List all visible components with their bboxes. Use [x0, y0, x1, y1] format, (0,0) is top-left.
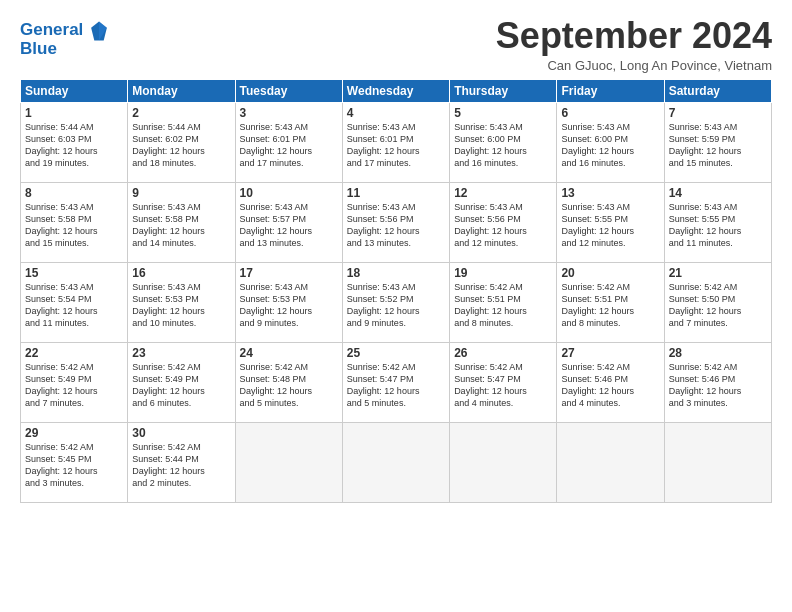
header-cell-friday: Friday	[557, 79, 664, 102]
cell-content: Sunrise: 5:43 AMSunset: 6:01 PMDaylight:…	[347, 122, 420, 168]
week-row: 8Sunrise: 5:43 AMSunset: 5:58 PMDaylight…	[21, 182, 772, 262]
day-number: 23	[132, 346, 230, 360]
week-row: 1Sunrise: 5:44 AMSunset: 6:03 PMDaylight…	[21, 102, 772, 182]
cell-content: Sunrise: 5:43 AMSunset: 5:52 PMDaylight:…	[347, 282, 420, 328]
calendar-cell-10: 10Sunrise: 5:43 AMSunset: 5:57 PMDayligh…	[235, 182, 342, 262]
cell-content: Sunrise: 5:42 AMSunset: 5:49 PMDaylight:…	[132, 362, 205, 408]
calendar-cell-29: 29Sunrise: 5:42 AMSunset: 5:45 PMDayligh…	[21, 422, 128, 502]
page: General Blue September 2024 Can GJuoc, L…	[0, 0, 792, 612]
cell-content: Sunrise: 5:42 AMSunset: 5:50 PMDaylight:…	[669, 282, 742, 328]
logo: General Blue	[20, 20, 107, 59]
day-number: 20	[561, 266, 659, 280]
calendar-cell-empty	[342, 422, 449, 502]
calendar-cell-7: 7Sunrise: 5:43 AMSunset: 5:59 PMDaylight…	[664, 102, 771, 182]
cell-content: Sunrise: 5:42 AMSunset: 5:44 PMDaylight:…	[132, 442, 205, 488]
cell-content: Sunrise: 5:42 AMSunset: 5:47 PMDaylight:…	[454, 362, 527, 408]
calendar-cell-18: 18Sunrise: 5:43 AMSunset: 5:52 PMDayligh…	[342, 262, 449, 342]
cell-content: Sunrise: 5:43 AMSunset: 5:53 PMDaylight:…	[240, 282, 313, 328]
month-title: September 2024	[496, 16, 772, 56]
calendar-cell-empty	[664, 422, 771, 502]
cell-content: Sunrise: 5:44 AMSunset: 6:02 PMDaylight:…	[132, 122, 205, 168]
day-number: 24	[240, 346, 338, 360]
calendar-cell-27: 27Sunrise: 5:42 AMSunset: 5:46 PMDayligh…	[557, 342, 664, 422]
calendar-cell-19: 19Sunrise: 5:42 AMSunset: 5:51 PMDayligh…	[450, 262, 557, 342]
day-number: 13	[561, 186, 659, 200]
calendar-cell-12: 12Sunrise: 5:43 AMSunset: 5:56 PMDayligh…	[450, 182, 557, 262]
calendar-cell-16: 16Sunrise: 5:43 AMSunset: 5:53 PMDayligh…	[128, 262, 235, 342]
cell-content: Sunrise: 5:44 AMSunset: 6:03 PMDaylight:…	[25, 122, 98, 168]
calendar-cell-empty	[557, 422, 664, 502]
calendar-cell-1: 1Sunrise: 5:44 AMSunset: 6:03 PMDaylight…	[21, 102, 128, 182]
day-number: 21	[669, 266, 767, 280]
day-number: 5	[454, 106, 552, 120]
header-row: SundayMondayTuesdayWednesdayThursdayFrid…	[21, 79, 772, 102]
cell-content: Sunrise: 5:43 AMSunset: 5:56 PMDaylight:…	[454, 202, 527, 248]
calendar: SundayMondayTuesdayWednesdayThursdayFrid…	[20, 79, 772, 503]
calendar-cell-22: 22Sunrise: 5:42 AMSunset: 5:49 PMDayligh…	[21, 342, 128, 422]
calendar-cell-4: 4Sunrise: 5:43 AMSunset: 6:01 PMDaylight…	[342, 102, 449, 182]
calendar-cell-24: 24Sunrise: 5:42 AMSunset: 5:48 PMDayligh…	[235, 342, 342, 422]
cell-content: Sunrise: 5:42 AMSunset: 5:49 PMDaylight:…	[25, 362, 98, 408]
cell-content: Sunrise: 5:42 AMSunset: 5:51 PMDaylight:…	[561, 282, 634, 328]
day-number: 14	[669, 186, 767, 200]
calendar-cell-23: 23Sunrise: 5:42 AMSunset: 5:49 PMDayligh…	[128, 342, 235, 422]
day-number: 10	[240, 186, 338, 200]
cell-content: Sunrise: 5:42 AMSunset: 5:45 PMDaylight:…	[25, 442, 98, 488]
cell-content: Sunrise: 5:43 AMSunset: 6:01 PMDaylight:…	[240, 122, 313, 168]
week-row: 29Sunrise: 5:42 AMSunset: 5:45 PMDayligh…	[21, 422, 772, 502]
day-number: 12	[454, 186, 552, 200]
header-cell-wednesday: Wednesday	[342, 79, 449, 102]
logo-line2: Blue	[20, 40, 107, 59]
calendar-cell-17: 17Sunrise: 5:43 AMSunset: 5:53 PMDayligh…	[235, 262, 342, 342]
header-cell-thursday: Thursday	[450, 79, 557, 102]
cell-content: Sunrise: 5:43 AMSunset: 5:54 PMDaylight:…	[25, 282, 98, 328]
day-number: 30	[132, 426, 230, 440]
calendar-cell-empty	[235, 422, 342, 502]
day-number: 6	[561, 106, 659, 120]
cell-content: Sunrise: 5:43 AMSunset: 5:55 PMDaylight:…	[561, 202, 634, 248]
calendar-cell-11: 11Sunrise: 5:43 AMSunset: 5:56 PMDayligh…	[342, 182, 449, 262]
cell-content: Sunrise: 5:42 AMSunset: 5:46 PMDaylight:…	[561, 362, 634, 408]
calendar-cell-6: 6Sunrise: 5:43 AMSunset: 6:00 PMDaylight…	[557, 102, 664, 182]
day-number: 28	[669, 346, 767, 360]
day-number: 22	[25, 346, 123, 360]
week-row: 22Sunrise: 5:42 AMSunset: 5:49 PMDayligh…	[21, 342, 772, 422]
logo-icon	[89, 20, 109, 42]
day-number: 9	[132, 186, 230, 200]
day-number: 11	[347, 186, 445, 200]
title-block: September 2024 Can GJuoc, Long An Povinc…	[496, 16, 772, 73]
cell-content: Sunrise: 5:43 AMSunset: 6:00 PMDaylight:…	[454, 122, 527, 168]
cell-content: Sunrise: 5:43 AMSunset: 6:00 PMDaylight:…	[561, 122, 634, 168]
calendar-cell-8: 8Sunrise: 5:43 AMSunset: 5:58 PMDaylight…	[21, 182, 128, 262]
calendar-cell-25: 25Sunrise: 5:42 AMSunset: 5:47 PMDayligh…	[342, 342, 449, 422]
cell-content: Sunrise: 5:43 AMSunset: 5:53 PMDaylight:…	[132, 282, 205, 328]
cell-content: Sunrise: 5:42 AMSunset: 5:47 PMDaylight:…	[347, 362, 420, 408]
week-row: 15Sunrise: 5:43 AMSunset: 5:54 PMDayligh…	[21, 262, 772, 342]
calendar-cell-13: 13Sunrise: 5:43 AMSunset: 5:55 PMDayligh…	[557, 182, 664, 262]
calendar-cell-20: 20Sunrise: 5:42 AMSunset: 5:51 PMDayligh…	[557, 262, 664, 342]
calendar-cell-15: 15Sunrise: 5:43 AMSunset: 5:54 PMDayligh…	[21, 262, 128, 342]
day-number: 15	[25, 266, 123, 280]
subtitle: Can GJuoc, Long An Povince, Vietnam	[496, 58, 772, 73]
calendar-cell-21: 21Sunrise: 5:42 AMSunset: 5:50 PMDayligh…	[664, 262, 771, 342]
calendar-cell-5: 5Sunrise: 5:43 AMSunset: 6:00 PMDaylight…	[450, 102, 557, 182]
calendar-cell-28: 28Sunrise: 5:42 AMSunset: 5:46 PMDayligh…	[664, 342, 771, 422]
cell-content: Sunrise: 5:43 AMSunset: 5:55 PMDaylight:…	[669, 202, 742, 248]
cell-content: Sunrise: 5:43 AMSunset: 5:57 PMDaylight:…	[240, 202, 313, 248]
day-number: 1	[25, 106, 123, 120]
day-number: 17	[240, 266, 338, 280]
day-number: 7	[669, 106, 767, 120]
cell-content: Sunrise: 5:43 AMSunset: 5:59 PMDaylight:…	[669, 122, 742, 168]
day-number: 16	[132, 266, 230, 280]
cell-content: Sunrise: 5:42 AMSunset: 5:46 PMDaylight:…	[669, 362, 742, 408]
calendar-cell-14: 14Sunrise: 5:43 AMSunset: 5:55 PMDayligh…	[664, 182, 771, 262]
calendar-cell-2: 2Sunrise: 5:44 AMSunset: 6:02 PMDaylight…	[128, 102, 235, 182]
cell-content: Sunrise: 5:42 AMSunset: 5:48 PMDaylight:…	[240, 362, 313, 408]
day-number: 19	[454, 266, 552, 280]
cell-content: Sunrise: 5:43 AMSunset: 5:58 PMDaylight:…	[25, 202, 98, 248]
calendar-cell-3: 3Sunrise: 5:43 AMSunset: 6:01 PMDaylight…	[235, 102, 342, 182]
day-number: 27	[561, 346, 659, 360]
day-number: 26	[454, 346, 552, 360]
calendar-cell-30: 30Sunrise: 5:42 AMSunset: 5:44 PMDayligh…	[128, 422, 235, 502]
header-cell-saturday: Saturday	[664, 79, 771, 102]
